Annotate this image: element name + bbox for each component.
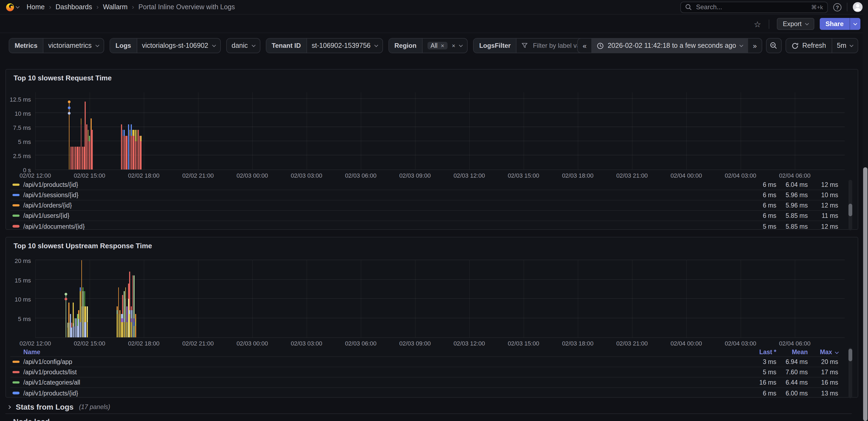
legend-row[interactable]: /api/v1/documents/{id}5 ms5.85 ms12 ms	[10, 221, 838, 231]
bar-segment	[84, 306, 85, 322]
x-tick-label: 02/02 12:00	[20, 340, 51, 346]
export-button[interactable]: Export	[777, 18, 814, 30]
time-forward-button[interactable]: »	[748, 38, 762, 53]
breadcrumb: Home › Dashboards › Wallarm › Portal Inl…	[27, 3, 235, 11]
bar-segment	[75, 318, 76, 337]
legend-row[interactable]: /api/v1/products/list5 ms7.60 ms17 ms	[10, 367, 838, 377]
share-menu-button[interactable]	[849, 18, 860, 30]
search-box[interactable]: ⌘+k	[680, 1, 828, 13]
bar-segment	[89, 141, 90, 169]
bar-segment	[135, 314, 136, 318]
legend-row[interactable]: /api/v1/products/{id}6 ms6.04 ms12 ms	[10, 180, 838, 190]
gridline	[35, 279, 845, 280]
region-chip[interactable]: All ×	[427, 42, 447, 50]
time-picker-group: « 2026-02-02 11:42:18 to a few seconds a…	[577, 38, 762, 53]
legend-row[interactable]: /api/v1/sessions/{id}6 ms5.96 ms10 ms	[10, 190, 838, 200]
bar-segment	[73, 303, 74, 324]
bar-segment	[81, 119, 82, 124]
breadcrumb-home[interactable]: Home	[27, 3, 45, 11]
bar-segment	[141, 136, 142, 141]
panel-title[interactable]: Top 10 slowest Request Time	[13, 74, 112, 82]
org-switcher[interactable]	[5, 2, 19, 12]
time-back-button[interactable]: «	[578, 38, 591, 53]
zoom-out-button[interactable]	[766, 38, 782, 53]
star-icon[interactable]: ☆	[754, 20, 761, 28]
x-tick-label: 02/02 21:00	[182, 340, 214, 346]
bar-stack	[73, 147, 74, 169]
point-marker	[68, 112, 70, 114]
logs-select[interactable]: victorialogs-st-106902	[137, 38, 220, 53]
bar-stack	[83, 287, 84, 337]
time-controls: « 2026-02-02 11:42:18 to a few seconds a…	[577, 38, 858, 53]
breadcrumb-dashboards[interactable]: Dashboards	[56, 3, 92, 11]
bar-segment	[81, 306, 82, 322]
metrics-select[interactable]: victoriametrics	[43, 38, 104, 53]
legend-row[interactable]: /api/v1/categories/all16 ms6.44 ms16 ms	[10, 377, 838, 388]
legend-scrollbar[interactable]	[848, 348, 852, 398]
plot-area[interactable]	[35, 92, 845, 170]
search-input[interactable]	[695, 3, 808, 11]
series-mean: 6.04 ms	[776, 181, 808, 188]
bar-stack	[133, 276, 134, 337]
bar-stack	[70, 314, 71, 337]
legend-row[interactable]: /api/v1/products/{id}6 ms6.00 ms13 ms	[10, 388, 838, 398]
legend-scrollbar[interactable]	[848, 180, 852, 230]
bar-segment	[135, 318, 136, 326]
legend-row[interactable]: /api/v1/orders/{id}6 ms5.96 ms12 ms	[10, 200, 838, 211]
legend-header: NameLast *MeanMax	[10, 348, 838, 357]
bar-segment	[86, 322, 87, 337]
clear-icon[interactable]: ×	[452, 43, 456, 49]
panel-title[interactable]: Top 10 slowest Upstream Response Time	[13, 242, 152, 250]
datasource-select[interactable]: danic	[227, 38, 260, 53]
series-name: /api/v1/users/{id}	[12, 213, 745, 219]
series-mean: 6.00 ms	[776, 390, 808, 396]
bar-segment	[80, 291, 81, 322]
tenant-select[interactable]: st-106902-1539756	[307, 38, 382, 53]
bar-segment	[67, 327, 68, 337]
bar-segment	[83, 306, 84, 337]
bar-segment	[74, 327, 75, 337]
refresh-interval-button[interactable]: 5m	[832, 38, 858, 53]
legend-row[interactable]: /api/v1/users/{id}6 ms5.85 ms11 ms	[10, 211, 838, 221]
user-avatar[interactable]	[853, 2, 863, 12]
chip-remove-icon[interactable]: ×	[441, 43, 444, 49]
gridline	[795, 92, 795, 169]
legend-scrollbar-thumb[interactable]	[848, 204, 852, 216]
legend-row[interactable]: /api/v1/config/app3 ms6.94 ms20 ms	[10, 357, 838, 367]
y-tick-label: 5 ms	[18, 315, 31, 322]
share-button[interactable]: Share	[819, 18, 849, 30]
bar-stack	[140, 136, 141, 169]
bar-segment	[122, 314, 123, 318]
legend-header-name[interactable]: Name	[12, 349, 745, 355]
legend-header-mean[interactable]: Mean	[776, 349, 808, 355]
breadcrumb-folder[interactable]: Wallarm	[103, 3, 128, 11]
breadcrumb-separator: ›	[49, 3, 51, 11]
refresh-icon	[792, 42, 799, 49]
plot-area[interactable]	[35, 260, 845, 338]
gridline	[632, 260, 632, 337]
tenant-label: Tenant ID	[267, 38, 307, 53]
legend-scrollbar-thumb[interactable]	[848, 349, 852, 361]
help-icon[interactable]: ?	[833, 3, 841, 11]
legend-header-max[interactable]: Max	[808, 349, 838, 355]
page-scrollbar-thumb[interactable]	[863, 167, 867, 421]
refresh-button[interactable]: Refresh	[786, 38, 832, 53]
bar-segment	[71, 323, 72, 327]
page-scrollbar[interactable]	[863, 0, 868, 421]
legend-header-last[interactable]: Last *	[745, 349, 776, 355]
share-button-group: Share	[819, 18, 860, 30]
gridline	[524, 92, 524, 169]
gridline	[415, 260, 415, 337]
chevron-down-icon	[16, 4, 20, 8]
bar-segment	[74, 318, 75, 327]
funnel-icon	[522, 43, 528, 49]
time-range-button[interactable]: 2026-02-02 11:42:18 to a few seconds ago	[591, 38, 748, 53]
gridline	[198, 92, 198, 169]
bar-segment	[125, 136, 126, 169]
row-stats-from-logs[interactable]: Stats from Logs (17 panels)	[5, 400, 852, 414]
bar-segment	[91, 130, 92, 169]
x-tick-label: 02/03 03:00	[291, 172, 322, 179]
bar-segment	[121, 124, 122, 169]
region-select[interactable]: All × ×	[422, 38, 467, 53]
series-mean: 6.44 ms	[776, 379, 808, 386]
